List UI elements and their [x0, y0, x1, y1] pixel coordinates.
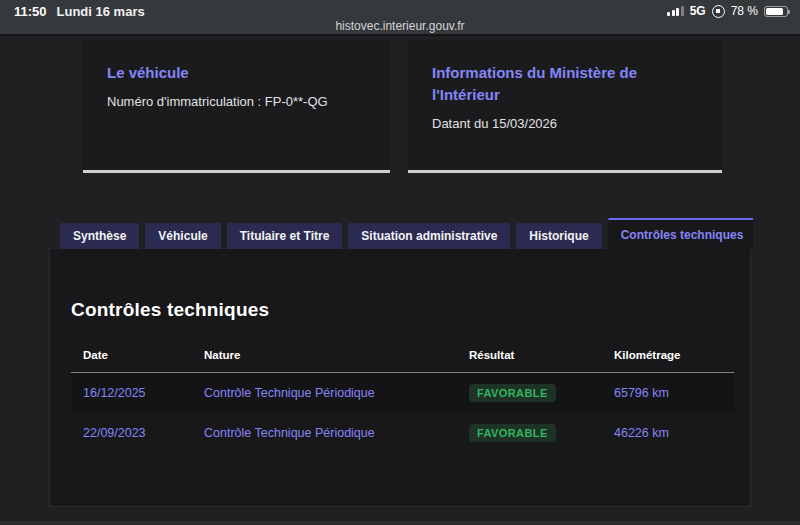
tab-situation-administrative[interactable]: Situation administrative	[348, 223, 510, 249]
inspections-table: Date Nature Résultat Kilométrage 16/12/2…	[71, 337, 734, 453]
browser-url[interactable]: histovec.interieur.gouv.fr	[0, 19, 800, 33]
cell-date: 16/12/2025	[71, 386, 192, 400]
status-time-date: 11:50 Lundi 16 mars	[14, 4, 145, 19]
col-header-resultat: Résultat	[457, 337, 602, 372]
cell-kilometrage: 46226 km	[602, 426, 734, 440]
status-icons: 5G 78 %	[667, 4, 788, 18]
table-row: 16/12/2025 Contrôle Technique Périodique…	[71, 373, 734, 413]
status-badge: FAVORABLE	[469, 424, 556, 442]
tab-synthese[interactable]: Synthèse	[60, 223, 139, 249]
vehicle-card-plate: Numéro d'immatriculation : FP-0**-QG	[107, 94, 366, 109]
tab-vehicule[interactable]: Véhicule	[145, 223, 220, 249]
battery-percent-label: 78 %	[731, 4, 758, 18]
cell-nature: Contrôle Technique Périodique	[192, 386, 457, 400]
status-badge: FAVORABLE	[469, 384, 556, 402]
status-time: 11:50	[14, 4, 47, 19]
controles-techniques-panel: Contrôles techniques Date Nature Résulta…	[49, 248, 751, 507]
vehicle-card: Le véhicule Numéro d'immatriculation : F…	[83, 40, 390, 173]
panel-heading: Contrôles techniques	[71, 299, 750, 321]
cell-nature: Contrôle Technique Périodique	[192, 426, 457, 440]
tab-historique[interactable]: Historique	[516, 223, 601, 249]
cell-date: 22/09/2023	[71, 426, 192, 440]
ministry-card-date: Datant du 15/03/2026	[432, 116, 698, 131]
status-date: Lundi 16 mars	[57, 4, 145, 19]
col-header-kilometrage: Kilométrage	[602, 337, 734, 372]
footer-edge	[0, 521, 800, 525]
tab-titulaire-et-titre[interactable]: Titulaire et Titre	[227, 223, 343, 249]
status-bar: 11:50 Lundi 16 mars histovec.interieur.g…	[0, 0, 800, 36]
battery-icon	[764, 6, 788, 17]
cell-kilometrage: 65796 km	[602, 386, 734, 400]
tab-bar: Synthèse Véhicule Titulaire et Titre Sit…	[49, 218, 753, 249]
col-header-nature: Nature	[192, 337, 457, 372]
table-body: 16/12/2025 Contrôle Technique Périodique…	[71, 373, 734, 453]
col-header-date: Date	[71, 337, 192, 372]
network-type-label: 5G	[690, 4, 706, 18]
ministry-card: Informations du Ministère de l'Intérieur…	[408, 40, 722, 173]
tab-controles-techniques[interactable]: Contrôles techniques	[608, 218, 753, 249]
ministry-card-title: Informations du Ministère de l'Intérieur	[432, 62, 698, 106]
table-header-row: Date Nature Résultat Kilométrage	[71, 337, 734, 373]
cellular-signal-icon	[667, 6, 684, 16]
rotation-lock-icon	[712, 5, 725, 18]
table-row: 22/09/2023 Contrôle Technique Périodique…	[71, 413, 734, 453]
vehicle-card-title: Le véhicule	[107, 62, 366, 84]
